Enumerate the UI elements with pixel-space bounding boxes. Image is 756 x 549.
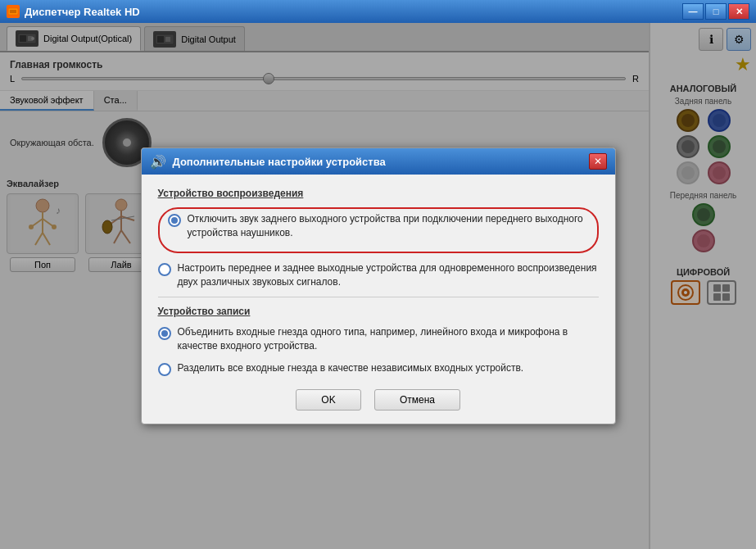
record-option-2: Разделить все входные гнезда в качестве … (158, 361, 599, 376)
record-option-1-text: Объединить входные гнезда одного типа, н… (178, 325, 599, 353)
window-controls: — □ ✕ (682, 3, 749, 20)
playback-option-2-text: Настроить переднее и заднее выходные уст… (178, 261, 599, 289)
playback-option-1-text: Отключить звук заднего выходного устройс… (188, 212, 589, 240)
record-option-2-text: Разделить все входные гнезда в качестве … (178, 361, 524, 375)
modal-ok-button[interactable]: OK (296, 389, 361, 411)
modal-playback-title: Устройство воспроизведения (158, 188, 599, 199)
modal-dialog: 🔊 Дополнительные настройки устройства ✕ … (141, 147, 616, 424)
app-icon (7, 5, 20, 18)
record-option-1: Объединить входные гнезда одного типа, н… (158, 325, 599, 353)
radio-playback-2[interactable] (158, 263, 171, 276)
minimize-button[interactable]: — (682, 3, 704, 20)
modal-close-button[interactable]: ✕ (589, 153, 607, 170)
playback-option-1: Отключить звук заднего выходного устройс… (168, 212, 589, 240)
modal-title: Дополнительные настройки устройства (173, 156, 582, 168)
modal-record-title: Устройство записи (158, 306, 599, 317)
playback-option-2: Настроить переднее и заднее выходные уст… (158, 261, 599, 289)
radio-playback-1[interactable] (168, 214, 181, 227)
modal-overlay: 🔊 Дополнительные настройки устройства ✕ … (0, 23, 756, 549)
maximize-button[interactable]: □ (705, 3, 727, 20)
svg-rect-1 (10, 10, 16, 13)
modal-audio-icon: 🔊 (150, 154, 166, 170)
modal-title-bar: 🔊 Дополнительные настройки устройства ✕ (142, 148, 615, 175)
app-title: Диспетчер Realtek HD (25, 6, 140, 18)
modal-cancel-button[interactable]: Отмена (374, 389, 460, 411)
close-button[interactable]: ✕ (728, 3, 749, 20)
modal-buttons: OK Отмена (158, 389, 599, 411)
modal-divider (158, 297, 599, 297)
modal-body: Устройство воспроизведения Отключить зву… (142, 175, 615, 424)
radio-record-1[interactable] (158, 327, 171, 340)
radio-record-2[interactable] (158, 363, 171, 376)
title-bar: Диспетчер Realtek HD — □ ✕ (0, 0, 756, 23)
playback-option-highlight: Отключить звук заднего выходного устройс… (158, 207, 599, 253)
